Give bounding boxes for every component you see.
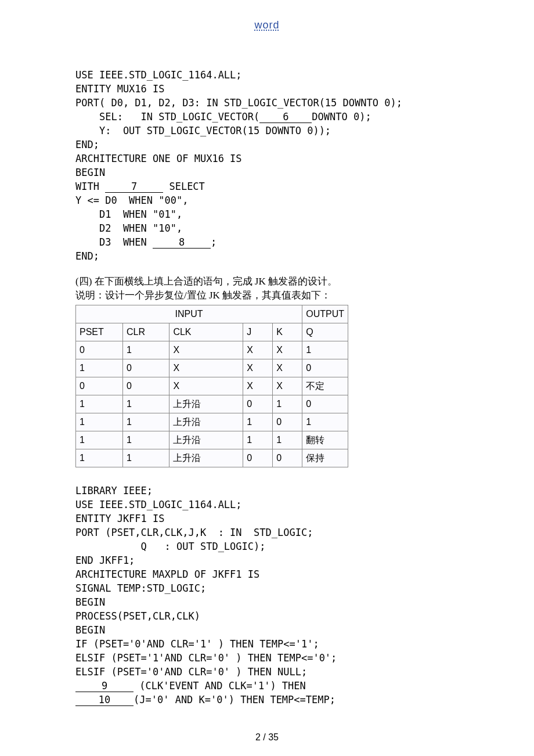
cell: X — [169, 377, 243, 395]
section-4-title: (四) 在下面横线上填上合适的语句，完成 JK 触发器的设计。 — [75, 275, 459, 289]
cell: 翻转 — [302, 431, 348, 449]
code-line: PORT( D0, D1, D2, D3: IN STD_LOGIC_VECTO… — [75, 97, 402, 109]
page-number: 2 / 35 — [0, 730, 534, 744]
cell: 0 — [123, 359, 169, 377]
cell: 0 — [123, 377, 169, 395]
code-line: PORT (PSET,CLR,CLK,J,K : IN STD_LOGIC; — [75, 527, 313, 538]
cell: 1 — [123, 341, 169, 359]
code-line: ARCHITECTURE MAXPLD OF JKFF1 IS — [75, 568, 259, 580]
blank-10: 10 — [75, 694, 134, 706]
cell: X — [273, 341, 302, 359]
cell: 1 — [123, 413, 169, 431]
code-line: BEGIN — [75, 596, 105, 608]
cell: 0 — [302, 359, 348, 377]
code-line: D1 WHEN "01", — [75, 208, 182, 220]
code-line: ELSIF (PSET='1'AND CLR='0' ) THEN TEMP<=… — [75, 652, 337, 664]
cell: X — [243, 359, 273, 377]
code-line-part: DOWNTO 0); — [312, 111, 371, 123]
vhdl-code-block-jkff: LIBRARY IEEE; USE IEEE.STD_LOGIC_1164.AL… — [75, 484, 459, 707]
cell: X — [169, 341, 243, 359]
cell: 1 — [76, 359, 123, 377]
cell: 0 — [76, 377, 123, 395]
cell: X — [169, 359, 243, 377]
cell: 1 — [273, 395, 302, 413]
cell: 1 — [123, 395, 169, 413]
code-line: Q : OUT STD_LOGIC); — [75, 541, 266, 552]
code-line-part: SELECT — [163, 181, 205, 192]
code-line: ARCHITECTURE ONE OF MUX16 IS — [75, 153, 242, 164]
cell: 1 — [302, 413, 348, 431]
cell: X — [243, 341, 273, 359]
blank-8: 8 — [153, 237, 211, 249]
code-line: LIBRARY IEEE; — [75, 485, 153, 496]
th-clr: CLR — [123, 323, 169, 341]
blank-7: 7 — [105, 181, 163, 193]
vhdl-code-block-mux16: USE IEEE.STD_LOGIC_1164.ALL; ENTITY MUX1… — [75, 68, 459, 263]
code-line: ENTITY JKFF1 IS — [75, 513, 165, 524]
code-line-part: (CLK'EVENT AND CLK='1') THEN — [134, 680, 306, 692]
code-line: Y: OUT STD_LOGIC_VECTOR(15 DOWNTO 0)); — [75, 125, 331, 136]
cell: 上升沿 — [169, 395, 243, 413]
code-line-part: D3 WHEN — [75, 236, 153, 248]
th-q: Q — [302, 323, 348, 341]
cell: 1 — [243, 431, 273, 449]
th-k: K — [273, 323, 302, 341]
code-line-part: (J='0' AND K='0') THEN TEMP<=TEMP; — [134, 694, 335, 705]
table-header-cols: PSET CLR CLK J K Q — [76, 323, 348, 341]
code-line: END JKFF1; — [75, 555, 135, 566]
cell: 1 — [273, 431, 302, 449]
cell: 1 — [123, 449, 169, 467]
code-line: IF (PSET='0'AND CLR='1' ) THEN TEMP<='1'… — [75, 638, 319, 650]
cell: 1 — [76, 395, 123, 413]
th-pset: PSET — [76, 323, 123, 341]
table-row: 01XXX1 — [76, 341, 348, 359]
cell: 0 — [302, 395, 348, 413]
code-line: ENTITY MUX16 IS — [75, 83, 165, 95]
blank-9: 9 — [75, 681, 134, 692]
blank-6: 6 — [259, 111, 312, 123]
cell: 1 — [76, 413, 123, 431]
code-line-part: WITH — [75, 181, 105, 192]
table-row: 11上升沿010 — [76, 395, 348, 413]
table-row: 11上升沿00保持 — [76, 449, 348, 467]
th-output: OUTPUT — [302, 305, 348, 323]
code-line: Y <= D0 WHEN "00", — [75, 195, 188, 206]
cell: 上升沿 — [169, 449, 243, 467]
cell: 不定 — [302, 377, 348, 395]
cell: 0 — [243, 449, 273, 467]
th-input: INPUT — [76, 305, 302, 323]
code-line-part: SEL: IN STD_LOGIC_VECTOR( — [75, 111, 259, 123]
code-line: PROCESS(PSET,CLR,CLK) — [75, 610, 200, 622]
code-line: END; — [75, 139, 99, 150]
code-line: D2 WHEN "10", — [75, 222, 182, 234]
code-line: BEGIN — [75, 624, 105, 636]
cell: 保持 — [302, 449, 348, 467]
code-line-part: ; — [211, 236, 217, 248]
cell: X — [273, 359, 302, 377]
cell: 1 — [123, 431, 169, 449]
cell: 上升沿 — [169, 431, 243, 449]
cell: 1 — [243, 413, 273, 431]
th-j: J — [243, 323, 273, 341]
table-row: 11上升沿101 — [76, 413, 348, 431]
jk-truth-table: INPUT OUTPUT PSET CLR CLK J K Q 01XXX1 1… — [75, 305, 348, 467]
table-row: 10XXX0 — [76, 359, 348, 377]
cell: 上升沿 — [169, 413, 243, 431]
cell: 0 — [243, 395, 273, 413]
cell: X — [243, 377, 273, 395]
code-line: USE IEEE.STD_LOGIC_1164.ALL; — [75, 69, 242, 81]
table-header-group: INPUT OUTPUT — [76, 305, 348, 323]
section-4-desc: 说明：设计一个异步复位/置位 JK 触发器，其真值表如下： — [75, 289, 459, 303]
code-line: BEGIN — [75, 167, 105, 178]
table-row: 11上升沿11翻转 — [76, 431, 348, 449]
cell: 0 — [273, 449, 302, 467]
cell: 1 — [302, 341, 348, 359]
code-line: ELSIF (PSET='0'AND CLR='0' ) THEN NULL; — [75, 666, 307, 678]
table-row: 00XXX不定 — [76, 377, 348, 395]
cell: 0 — [76, 341, 123, 359]
cell: 1 — [76, 449, 123, 467]
th-clk: CLK — [169, 323, 243, 341]
cell: 1 — [76, 431, 123, 449]
code-line: END; — [75, 250, 99, 262]
code-line: USE IEEE.STD_LOGIC_1164.ALL; — [75, 499, 242, 510]
